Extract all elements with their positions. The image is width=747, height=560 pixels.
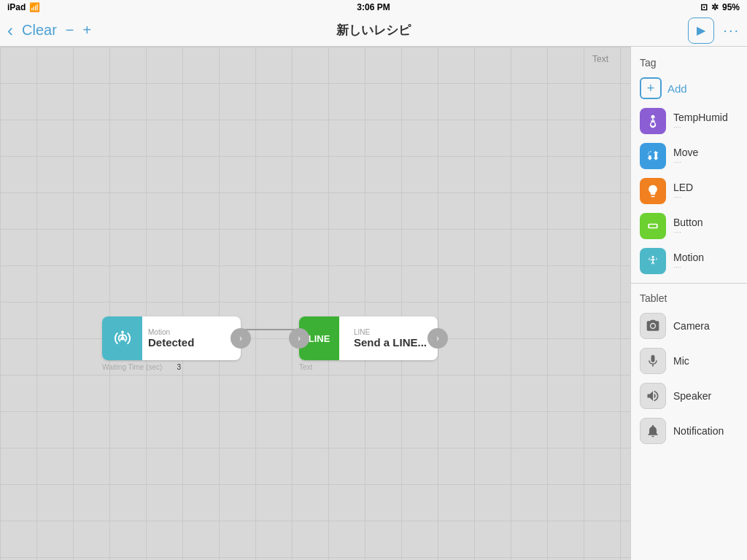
svg-point-7 xyxy=(652,256,654,258)
move-svg xyxy=(646,149,660,163)
motion-svg-icon xyxy=(112,327,133,349)
sidebar-divider xyxy=(631,283,747,284)
camera-icon xyxy=(640,313,666,339)
sidebar-item-temphumid[interactable]: TempHumid ···· xyxy=(631,104,747,139)
nav-left: ‹ Clear − + xyxy=(7,22,91,39)
button-svg xyxy=(646,219,660,233)
node-motion-body: Motion Detected xyxy=(142,325,241,351)
node-motion-meta: Waiting Time (sec) 3 xyxy=(102,363,181,371)
motion-sidebar-icon xyxy=(640,248,666,274)
node-motion-card[interactable]: Motion Detected › xyxy=(102,316,241,360)
motion-sidebar-sub: ···· xyxy=(673,263,704,271)
wifi-icon: 📶 xyxy=(29,2,40,12)
speaker-svg xyxy=(646,389,660,403)
canvas-text-label: Text xyxy=(592,54,608,64)
svg-rect-6 xyxy=(649,225,657,227)
nav-bar: ‹ Clear − + 新しいレシピ ▶ ··· xyxy=(0,15,747,47)
sidebar: Tag + Add TempHumid ···· xyxy=(630,47,747,560)
node-line-connector-right[interactable]: › xyxy=(427,328,448,349)
node-line-name: Send a LINE... xyxy=(354,336,432,349)
camera-name: Camera xyxy=(673,320,710,332)
mic-name: Mic xyxy=(673,355,689,367)
button-icon xyxy=(640,213,666,239)
zoom-in-button[interactable]: + xyxy=(82,22,91,39)
led-name: LED xyxy=(673,182,693,193)
sidebar-item-notification[interactable]: Notification xyxy=(631,413,747,448)
node-motion-icon xyxy=(102,316,142,360)
sidebar-item-mic[interactable]: Mic xyxy=(631,343,747,378)
nav-right: ▶ ··· xyxy=(688,18,740,44)
main-layout: Text xyxy=(0,47,747,560)
button-name: Button xyxy=(673,217,703,228)
battery-label: 95% xyxy=(722,2,740,12)
mic-svg xyxy=(646,354,660,368)
node-line-card[interactable]: LINE › LINE Send a LINE... › xyxy=(299,316,438,360)
notification-info: Notification xyxy=(673,425,724,437)
node-motion-connector-right[interactable]: › xyxy=(231,328,251,349)
motion-sidebar-name: Motion xyxy=(673,252,704,263)
waiting-time-label: Waiting Time (sec) xyxy=(102,363,162,371)
text-label: Text xyxy=(299,363,312,371)
move-info: Move ···· xyxy=(673,147,698,166)
node-motion[interactable]: Motion Detected › Waiting Time (sec) 3 xyxy=(102,316,241,371)
notification-icon xyxy=(640,418,666,444)
add-label: Add xyxy=(667,82,687,95)
connector-arrow-right: › xyxy=(239,333,242,343)
play-button[interactable]: ▶ xyxy=(688,18,714,44)
node-line-body: LINE Send a LINE... xyxy=(339,325,438,351)
more-button[interactable]: ··· xyxy=(723,22,740,39)
camera-svg xyxy=(646,319,660,333)
status-bar: iPad 📶 3:06 PM ⊡ ✲ 95% xyxy=(0,0,747,15)
connector-arrow-left: › xyxy=(298,333,301,343)
node-line[interactable]: LINE › LINE Send a LINE... › Text xyxy=(299,316,438,371)
status-left: iPad 📶 xyxy=(7,2,40,12)
camera-info: Camera xyxy=(673,320,710,332)
thermometer-svg xyxy=(646,114,660,128)
temphumid-icon xyxy=(640,108,666,134)
grid-background xyxy=(0,47,630,560)
node-line-meta: Text xyxy=(299,363,312,371)
speaker-info: Speaker xyxy=(673,390,711,402)
sidebar-item-button[interactable]: Button ···· xyxy=(631,209,747,244)
clear-button[interactable]: Clear xyxy=(22,22,57,39)
node-motion-name: Detected xyxy=(148,336,235,349)
mic-info: Mic xyxy=(673,355,689,367)
device-label: iPad xyxy=(7,2,26,12)
sidebar-item-move[interactable]: Move ···· xyxy=(631,139,747,174)
led-svg xyxy=(646,184,660,198)
notification-name: Notification xyxy=(673,425,724,437)
bluetooth-icon: ✲ xyxy=(711,2,719,12)
flow-container: Motion Detected › Waiting Time (sec) 3 xyxy=(102,316,438,371)
sidebar-item-camera[interactable]: Camera xyxy=(631,308,747,343)
move-name: Move xyxy=(673,147,698,158)
bell-svg xyxy=(646,424,660,438)
sidebar-item-motion[interactable]: Motion ···· xyxy=(631,244,747,279)
connecting-line xyxy=(241,329,299,330)
speaker-name: Speaker xyxy=(673,390,711,402)
led-icon xyxy=(640,178,666,204)
play-icon: ▶ xyxy=(697,23,705,37)
airplay-icon: ⊡ xyxy=(700,2,708,12)
button-info: Button ···· xyxy=(673,217,703,236)
tag-section-title: Tag xyxy=(631,54,747,73)
add-icon: + xyxy=(640,77,662,99)
tablet-section-title: Tablet xyxy=(631,288,747,308)
motion-sidebar-svg xyxy=(646,254,660,268)
add-button[interactable]: + Add xyxy=(631,73,747,104)
zoom-out-button[interactable]: − xyxy=(66,22,74,39)
line-circle: LINE xyxy=(306,324,333,352)
temphumid-info: TempHumid ···· xyxy=(673,112,728,131)
temphumid-name: TempHumid xyxy=(673,112,728,123)
canvas-area[interactable]: Text xyxy=(0,47,630,560)
move-sub: ···· xyxy=(673,158,698,166)
node-motion-type: Motion xyxy=(148,328,235,336)
back-button[interactable]: ‹ xyxy=(7,22,13,39)
temphumid-sub: ···· xyxy=(673,123,728,131)
sidebar-item-speaker[interactable]: Speaker xyxy=(631,378,747,413)
sidebar-item-led[interactable]: LED ···· xyxy=(631,174,747,209)
speaker-icon xyxy=(640,383,666,409)
button-sub: ···· xyxy=(673,228,703,236)
svg-point-0 xyxy=(121,330,124,333)
node-line-connector-left[interactable]: › xyxy=(289,328,309,349)
motion-sidebar-info: Motion ···· xyxy=(673,252,704,271)
